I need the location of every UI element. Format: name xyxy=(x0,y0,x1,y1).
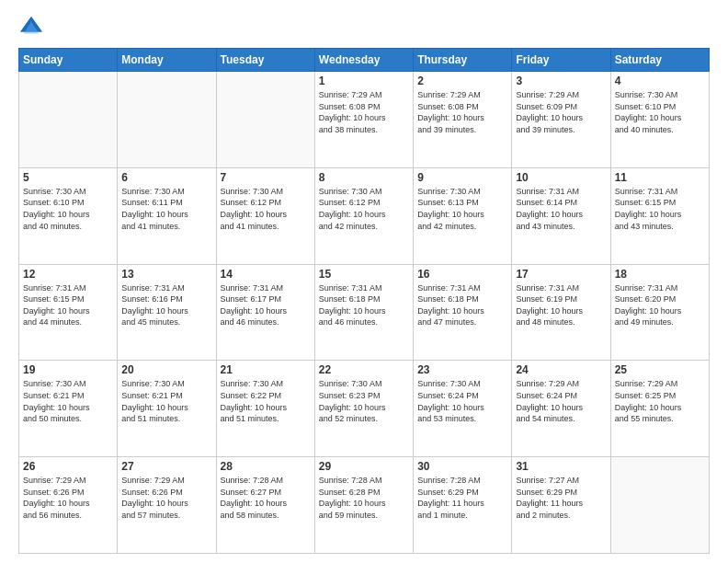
calendar-cell: 4Sunrise: 7:30 AM Sunset: 6:10 PM Daylig… xyxy=(610,72,709,168)
day-info: Sunrise: 7:30 AM Sunset: 6:23 PM Dayligh… xyxy=(319,378,409,424)
calendar-cell: 3Sunrise: 7:29 AM Sunset: 6:09 PM Daylig… xyxy=(512,72,610,168)
calendar-cell xyxy=(216,72,314,168)
day-number: 30 xyxy=(417,460,507,473)
day-number: 20 xyxy=(121,363,211,376)
day-number: 9 xyxy=(417,171,507,184)
day-info: Sunrise: 7:30 AM Sunset: 6:13 PM Dayligh… xyxy=(417,186,507,232)
day-number: 11 xyxy=(615,171,705,184)
day-info: Sunrise: 7:30 AM Sunset: 6:12 PM Dayligh… xyxy=(319,186,409,232)
calendar-cell: 14Sunrise: 7:31 AM Sunset: 6:17 PM Dayli… xyxy=(216,264,314,361)
calendar-cell: 11Sunrise: 7:31 AM Sunset: 6:15 PM Dayli… xyxy=(610,167,709,264)
day-info: Sunrise: 7:31 AM Sunset: 6:15 PM Dayligh… xyxy=(615,186,705,232)
day-number: 29 xyxy=(319,460,409,473)
calendar-cell: 21Sunrise: 7:30 AM Sunset: 6:22 PM Dayli… xyxy=(216,361,314,457)
calendar-week-2: 12Sunrise: 7:31 AM Sunset: 6:15 PM Dayli… xyxy=(19,264,710,361)
day-number: 16 xyxy=(417,268,507,281)
day-info: Sunrise: 7:30 AM Sunset: 6:10 PM Dayligh… xyxy=(23,186,113,232)
day-info: Sunrise: 7:31 AM Sunset: 6:15 PM Dayligh… xyxy=(23,282,113,328)
day-info: Sunrise: 7:29 AM Sunset: 6:26 PM Dayligh… xyxy=(121,475,211,521)
calendar-cell: 25Sunrise: 7:29 AM Sunset: 6:25 PM Dayli… xyxy=(610,361,709,457)
day-number: 6 xyxy=(121,171,211,184)
day-info: Sunrise: 7:31 AM Sunset: 6:18 PM Dayligh… xyxy=(417,282,507,328)
day-number: 7 xyxy=(221,171,311,184)
day-number: 13 xyxy=(121,268,211,281)
day-number: 15 xyxy=(319,268,409,281)
weekday-header-friday: Friday xyxy=(512,49,610,72)
day-number: 27 xyxy=(121,460,211,473)
calendar-cell: 26Sunrise: 7:29 AM Sunset: 6:26 PM Dayli… xyxy=(19,457,118,554)
day-number: 17 xyxy=(516,268,606,281)
day-info: Sunrise: 7:31 AM Sunset: 6:14 PM Dayligh… xyxy=(516,186,606,232)
day-number: 10 xyxy=(516,171,606,184)
calendar-cell: 12Sunrise: 7:31 AM Sunset: 6:15 PM Dayli… xyxy=(19,264,118,361)
calendar-week-1: 5Sunrise: 7:30 AM Sunset: 6:10 PM Daylig… xyxy=(19,167,710,264)
day-number: 14 xyxy=(221,268,311,281)
day-info: Sunrise: 7:30 AM Sunset: 6:11 PM Dayligh… xyxy=(121,186,211,232)
day-info: Sunrise: 7:30 AM Sunset: 6:12 PM Dayligh… xyxy=(221,186,311,232)
calendar-week-4: 26Sunrise: 7:29 AM Sunset: 6:26 PM Dayli… xyxy=(19,457,710,554)
calendar-week-3: 19Sunrise: 7:30 AM Sunset: 6:21 PM Dayli… xyxy=(19,361,710,457)
calendar-cell: 24Sunrise: 7:29 AM Sunset: 6:24 PM Dayli… xyxy=(512,361,610,457)
day-number: 21 xyxy=(221,363,311,376)
calendar-cell: 9Sunrise: 7:30 AM Sunset: 6:13 PM Daylig… xyxy=(414,167,512,264)
calendar-cell: 23Sunrise: 7:30 AM Sunset: 6:24 PM Dayli… xyxy=(414,361,512,457)
calendar-cell: 16Sunrise: 7:31 AM Sunset: 6:18 PM Dayli… xyxy=(414,264,512,361)
day-info: Sunrise: 7:31 AM Sunset: 6:19 PM Dayligh… xyxy=(516,282,606,328)
day-number: 1 xyxy=(319,75,409,87)
calendar-cell xyxy=(118,72,216,168)
weekday-header-saturday: Saturday xyxy=(610,49,709,72)
day-info: Sunrise: 7:28 AM Sunset: 6:28 PM Dayligh… xyxy=(319,475,409,521)
day-info: Sunrise: 7:31 AM Sunset: 6:20 PM Dayligh… xyxy=(615,282,705,328)
logo-icon xyxy=(18,15,44,40)
day-number: 2 xyxy=(417,75,507,87)
calendar-cell: 30Sunrise: 7:28 AM Sunset: 6:29 PM Dayli… xyxy=(414,457,512,554)
day-info: Sunrise: 7:31 AM Sunset: 6:18 PM Dayligh… xyxy=(319,282,409,328)
calendar-cell: 6Sunrise: 7:30 AM Sunset: 6:11 PM Daylig… xyxy=(118,167,216,264)
day-info: Sunrise: 7:29 AM Sunset: 6:08 PM Dayligh… xyxy=(417,89,507,135)
day-number: 8 xyxy=(319,171,409,184)
calendar-cell: 31Sunrise: 7:27 AM Sunset: 6:29 PM Dayli… xyxy=(512,457,610,554)
day-info: Sunrise: 7:30 AM Sunset: 6:24 PM Dayligh… xyxy=(417,378,507,424)
day-info: Sunrise: 7:31 AM Sunset: 6:16 PM Dayligh… xyxy=(121,282,211,328)
day-info: Sunrise: 7:29 AM Sunset: 6:24 PM Dayligh… xyxy=(516,378,606,424)
day-number: 3 xyxy=(516,75,606,87)
day-number: 12 xyxy=(23,268,113,281)
day-number: 23 xyxy=(417,363,507,376)
calendar-cell: 15Sunrise: 7:31 AM Sunset: 6:18 PM Dayli… xyxy=(314,264,413,361)
calendar-cell: 29Sunrise: 7:28 AM Sunset: 6:28 PM Dayli… xyxy=(314,457,413,554)
calendar-week-0: 1Sunrise: 7:29 AM Sunset: 6:08 PM Daylig… xyxy=(19,72,710,168)
calendar-cell: 18Sunrise: 7:31 AM Sunset: 6:20 PM Dayli… xyxy=(610,264,709,361)
day-number: 26 xyxy=(23,460,113,473)
day-info: Sunrise: 7:28 AM Sunset: 6:27 PM Dayligh… xyxy=(221,475,311,521)
day-number: 22 xyxy=(319,363,409,376)
weekday-header-tuesday: Tuesday xyxy=(216,49,314,72)
day-info: Sunrise: 7:30 AM Sunset: 6:21 PM Dayligh… xyxy=(121,378,211,424)
day-number: 25 xyxy=(615,363,705,376)
calendar-cell: 19Sunrise: 7:30 AM Sunset: 6:21 PM Dayli… xyxy=(19,361,118,457)
calendar-cell: 8Sunrise: 7:30 AM Sunset: 6:12 PM Daylig… xyxy=(314,167,413,264)
header xyxy=(18,15,710,40)
calendar-cell xyxy=(610,457,709,554)
calendar-cell: 28Sunrise: 7:28 AM Sunset: 6:27 PM Dayli… xyxy=(216,457,314,554)
calendar-table: SundayMondayTuesdayWednesdayThursdayFrid… xyxy=(18,48,710,554)
day-number: 19 xyxy=(23,363,113,376)
weekday-header-sunday: Sunday xyxy=(19,49,118,72)
calendar-cell: 10Sunrise: 7:31 AM Sunset: 6:14 PM Dayli… xyxy=(512,167,610,264)
day-info: Sunrise: 7:30 AM Sunset: 6:10 PM Dayligh… xyxy=(615,89,705,135)
day-info: Sunrise: 7:27 AM Sunset: 6:29 PM Dayligh… xyxy=(516,475,606,521)
day-info: Sunrise: 7:30 AM Sunset: 6:22 PM Dayligh… xyxy=(221,378,311,424)
calendar-cell: 7Sunrise: 7:30 AM Sunset: 6:12 PM Daylig… xyxy=(216,167,314,264)
page: SundayMondayTuesdayWednesdayThursdayFrid… xyxy=(0,0,728,563)
calendar-cell: 5Sunrise: 7:30 AM Sunset: 6:10 PM Daylig… xyxy=(19,167,118,264)
day-info: Sunrise: 7:31 AM Sunset: 6:17 PM Dayligh… xyxy=(221,282,311,328)
calendar-cell: 1Sunrise: 7:29 AM Sunset: 6:08 PM Daylig… xyxy=(314,72,413,168)
day-number: 24 xyxy=(516,363,606,376)
weekday-header-thursday: Thursday xyxy=(414,49,512,72)
day-info: Sunrise: 7:28 AM Sunset: 6:29 PM Dayligh… xyxy=(417,475,507,521)
day-info: Sunrise: 7:29 AM Sunset: 6:26 PM Dayligh… xyxy=(23,475,113,521)
day-number: 28 xyxy=(221,460,311,473)
day-number: 4 xyxy=(615,75,705,87)
day-info: Sunrise: 7:29 AM Sunset: 6:25 PM Dayligh… xyxy=(615,378,705,424)
weekday-header-row: SundayMondayTuesdayWednesdayThursdayFrid… xyxy=(19,49,710,72)
calendar-cell xyxy=(19,72,118,168)
